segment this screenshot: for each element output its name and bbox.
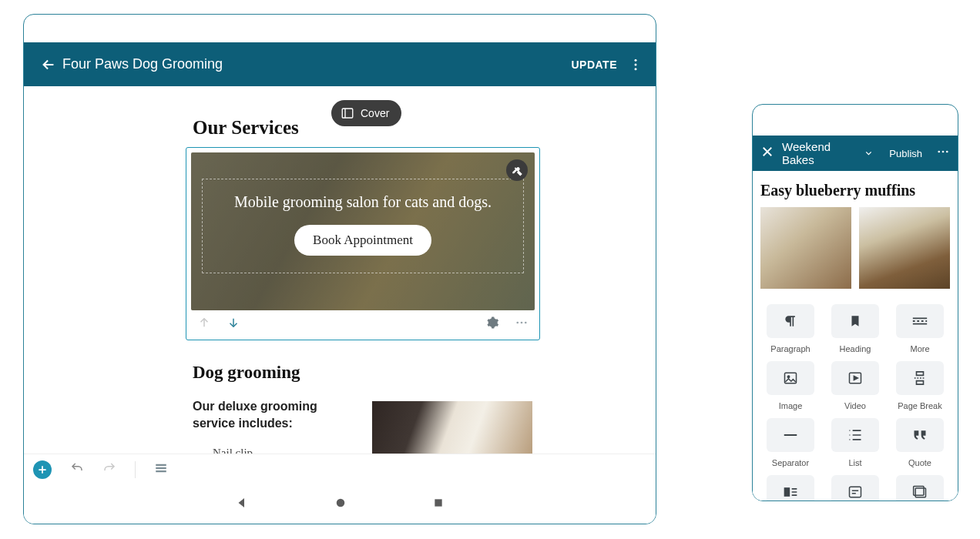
add-block-button[interactable] [33,460,52,479]
bookmark-icon [848,314,862,328]
block-label: Heading [840,344,871,353]
quote-icon [912,429,928,441]
tablet-app-header: Four Paws Dog Grooming UPDATE [24,42,656,86]
editor-bottom-bar [24,454,656,485]
redo-icon [102,461,116,475]
gallery-image[interactable] [760,207,851,289]
arrow-left-icon [40,56,57,73]
block-label: Page Break [898,401,941,410]
block-extra[interactable] [827,475,884,501]
more-vertical-icon [628,57,643,72]
separator-icon [782,431,799,439]
svg-point-12 [938,151,940,153]
cover-headline[interactable]: Mobile grooming salon for cats and dogs. [210,193,515,211]
svg-point-14 [946,151,948,153]
block-paragraph[interactable]: Paragraph [762,304,819,353]
image-gallery[interactable] [753,207,958,295]
publish-button[interactable]: Publish [889,148,922,159]
arrow-up-icon [197,316,211,330]
block-toolbar [191,310,535,338]
section-heading[interactable]: Our Services [193,117,299,139]
svg-point-1 [635,63,637,65]
close-icon [760,145,774,159]
block-separator[interactable]: Separator [762,418,819,467]
body-text[interactable]: Our deluxe grooming service includes: [193,398,347,433]
block-video[interactable]: Video [827,361,884,410]
block-more-button[interactable] [515,316,529,333]
list-icon [847,428,863,442]
block-type-label: Cover [361,107,389,119]
nav-home[interactable] [334,496,347,513]
move-up-button[interactable] [197,316,211,333]
phone-more-menu[interactable] [936,145,950,162]
block-extra[interactable] [891,475,948,501]
body-text-line2: service includes: [193,417,293,430]
gallery-image[interactable] [859,207,950,289]
nav-back[interactable] [235,496,249,513]
block-image[interactable]: Image [762,361,819,410]
circle-icon [334,496,347,510]
cover-content-area[interactable]: Mobile grooming salon for cats and dogs.… [202,179,524,273]
cover-icon [341,106,354,120]
arrow-down-icon [227,316,240,330]
divider [135,461,136,478]
undo-icon [70,461,84,475]
block-quote[interactable]: Quote [891,418,948,467]
redo-button[interactable] [102,461,116,478]
svg-rect-15 [785,373,797,383]
image-icon [783,370,798,386]
block-extra[interactable] [762,475,819,501]
page-title: Four Paws Dog Grooming [62,56,571,72]
tablet-device: Four Paws Dog Grooming UPDATE Cover Our … [23,14,656,524]
media-text-icon [783,486,798,498]
block-page-break[interactable]: Page Break [891,361,948,410]
body-text-line1: Our deluxe grooming [193,400,317,413]
svg-point-4 [516,322,519,324]
block-label: More [910,344,929,353]
block-type-chip[interactable]: Cover [331,100,401,126]
list-lines-icon [154,461,168,475]
update-button[interactable]: UPDATE [571,59,617,71]
svg-rect-8 [156,467,166,469]
svg-point-13 [942,151,945,153]
nav-recent[interactable] [432,497,445,512]
move-down-button[interactable] [227,316,240,333]
video-icon [847,370,863,386]
post-title[interactable]: Easy blueberry muffins [760,182,950,199]
block-settings-button[interactable] [485,316,499,333]
svg-point-5 [521,322,523,324]
book-appointment-button[interactable]: Book Appointment [294,225,431,256]
svg-rect-3 [342,109,353,118]
undo-button[interactable] [70,461,84,478]
block-heading[interactable]: Heading [827,304,884,353]
article-header: Easy blueberry muffins [753,171,958,207]
block-more[interactable]: More [891,304,948,353]
block-label: Separator [772,458,809,467]
close-button[interactable] [760,145,774,162]
android-nav-bar [24,485,656,524]
site-picker[interactable]: Weekend Bakes [782,140,874,166]
more-menu[interactable] [626,57,645,72]
editor-canvas: Cover Our Services Mobile grooming salon… [24,86,656,456]
back-button[interactable] [35,56,62,73]
edit-cover-button[interactable] [506,159,528,181]
paragraph-icon [783,313,798,329]
preformatted-icon [847,485,863,499]
svg-rect-7 [156,464,166,466]
square-icon [432,497,445,509]
svg-rect-19 [850,487,861,497]
content-structure-button[interactable] [154,461,168,478]
block-list[interactable]: List [827,418,884,467]
chevron-down-icon [864,148,874,159]
svg-rect-9 [156,470,166,472]
site-name: Weekend Bakes [782,140,859,166]
phone-app-header: Weekend Bakes Publish [753,136,958,171]
inline-image[interactable] [372,401,532,455]
more-break-icon [911,316,928,326]
sub-heading[interactable]: Dog grooming [193,363,300,383]
cover-block[interactable]: Mobile grooming salon for cats and dogs.… [186,147,540,340]
block-label: List [848,458,861,467]
plus-icon [37,464,48,475]
more-horizontal-icon [515,316,529,330]
page-break-icon [913,370,927,386]
